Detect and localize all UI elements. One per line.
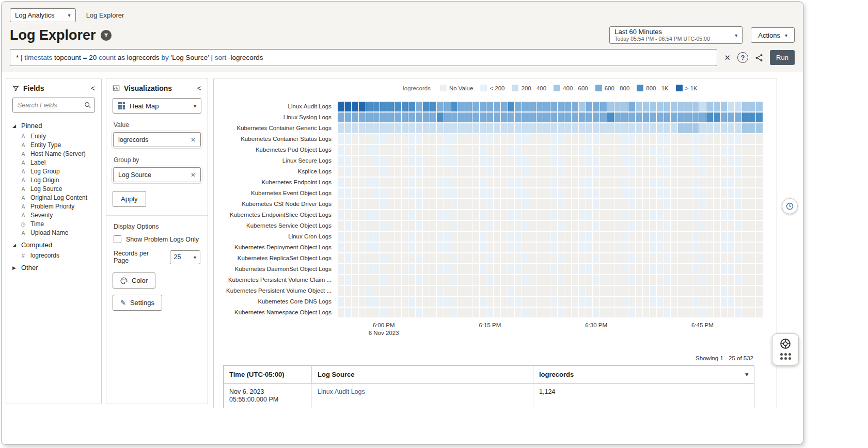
- remove-value-icon[interactable]: ✕: [191, 136, 196, 143]
- table-header-time-utc-05-00-[interactable]: Time (UTC-05:00): [224, 366, 311, 383]
- field-item-original-log-content[interactable]: AOriginal Log Content: [6, 193, 101, 202]
- remove-group-by-icon[interactable]: ✕: [191, 171, 196, 179]
- collapse-panel-icon[interactable]: <: [91, 85, 95, 92]
- field-item-logrecords[interactable]: #logrecords: [6, 251, 101, 260]
- show-problem-logs-checkbox[interactable]: [114, 235, 121, 243]
- share-icon[interactable]: [755, 54, 763, 62]
- heatmap-cell: [423, 232, 430, 242]
- heatmap-cell: [480, 297, 486, 307]
- heatmap-cell: [494, 275, 500, 285]
- heatmap-cell: [486, 232, 493, 242]
- heatmap-cell: [699, 308, 706, 317]
- heatmap-cell: [600, 167, 607, 177]
- settings-button[interactable]: ✎ Settings: [113, 295, 162, 311]
- heatmap-cell: [721, 297, 728, 307]
- clear-query-icon[interactable]: ✕: [724, 53, 731, 62]
- heatmap-row-cells: [338, 242, 763, 253]
- viz-panel-header: Visualizations <: [106, 78, 208, 95]
- table-header-log-source[interactable]: Log Source: [311, 366, 533, 383]
- heatmap-cell: [636, 102, 642, 111]
- query-input[interactable]: * | timestats topcount = 20 count as log…: [10, 49, 717, 66]
- field-item-log-group[interactable]: ALog Group: [6, 167, 101, 175]
- chart-type-dropdown[interactable]: Heat Map ▾: [113, 98, 201, 114]
- field-item-problem-priority[interactable]: AProblem Priority: [6, 202, 101, 211]
- heatmap-cell: [515, 232, 522, 242]
- heatmap-cell: [636, 134, 642, 144]
- recent-history-button[interactable]: [782, 198, 798, 214]
- heatmap-cell: [572, 134, 578, 144]
- heatmap-cell: [515, 145, 522, 155]
- heatmap-cell: [394, 286, 401, 296]
- heatmap-cell: [699, 188, 706, 198]
- heatmap-cell: [402, 210, 408, 220]
- heatmap-cell: [692, 188, 699, 198]
- color-button[interactable]: Color: [113, 273, 155, 289]
- heatmap-row: Linux Secure Logs: [214, 155, 777, 166]
- heatmap-cell: [416, 123, 422, 133]
- fields-section-other[interactable]: ▶Other: [6, 260, 101, 274]
- sort-dropdown-icon[interactable]: ▾: [745, 371, 748, 378]
- heatmap-cell: [586, 275, 593, 285]
- app-selector-dropdown[interactable]: Log Analytics ▾: [10, 8, 76, 22]
- field-item-entity-type[interactable]: AEntity Type: [6, 140, 101, 149]
- field-item-host-name-server-[interactable]: AHost Name (Server): [6, 149, 101, 158]
- table-header-logrecords[interactable]: logrecords▾: [533, 366, 754, 383]
- collapse-panel-icon[interactable]: <: [197, 85, 201, 92]
- heatmap-row-cells: [338, 210, 763, 220]
- group-by-field[interactable]: Log Source ✕: [113, 167, 201, 182]
- heatmap-cell: [593, 178, 599, 187]
- heatmap-cell: [451, 297, 458, 307]
- heatmap-cell: [486, 167, 493, 177]
- heatmap-cell: [402, 134, 408, 144]
- apply-button[interactable]: Apply: [113, 191, 146, 207]
- heatmap-cell: [543, 167, 550, 177]
- time-range-dropdown[interactable]: Last 60 Minutes Today 05:54 PM - 06:54 P…: [609, 26, 743, 44]
- heatmap-cell: [387, 210, 394, 220]
- heatmap-cell: [472, 243, 479, 252]
- records-per-page-select[interactable]: 25 ▾: [170, 250, 200, 264]
- run-button[interactable]: Run: [770, 50, 795, 65]
- heatmap-cell: [338, 286, 344, 296]
- value-field[interactable]: logrecords ✕: [113, 132, 201, 147]
- heatmap-cell: [472, 102, 479, 111]
- heatmap-cell: [486, 221, 493, 231]
- field-item-log-source[interactable]: ALog Source: [6, 184, 101, 193]
- search-fields-input[interactable]: [12, 98, 95, 113]
- heatmap-cell: [515, 167, 522, 177]
- heatmap-cell: [501, 134, 508, 144]
- heatmap-cell: [657, 102, 664, 111]
- heatmap-cell: [614, 210, 621, 220]
- filter-icon[interactable]: [101, 30, 112, 41]
- heatmap-cell: [345, 297, 352, 307]
- fields-section-pinned[interactable]: ◢Pinned: [6, 118, 101, 132]
- field-item-log-origin[interactable]: ALog Origin: [6, 175, 101, 184]
- field-item-entity[interactable]: AEntity: [6, 132, 101, 140]
- heatmap-cell: [345, 156, 352, 166]
- heatmap-row: Ksplice Logs: [214, 166, 777, 177]
- heatmap-cell: [359, 113, 366, 122]
- heatmap-cell: [480, 275, 486, 285]
- heatmap-cell: [472, 264, 479, 274]
- heatmap-cell: [749, 123, 756, 133]
- heatmap-cell: [508, 188, 515, 198]
- heatmap-cell: [714, 134, 720, 144]
- field-item-time[interactable]: ◷Time: [6, 219, 101, 228]
- heatmap-cell: [636, 253, 642, 263]
- actions-button[interactable]: Actions ▾: [751, 27, 795, 43]
- heatmap-cell: [366, 275, 373, 285]
- help-icon[interactable]: ?: [737, 52, 748, 63]
- heatmap-cell: [558, 102, 564, 111]
- field-item-severity[interactable]: ASeverity: [6, 211, 101, 219]
- field-item-upload-name[interactable]: AUpload Name: [6, 228, 101, 237]
- heatmap-cell: [345, 275, 352, 285]
- help-launcher[interactable]: [772, 333, 799, 365]
- heatmap-cell: [706, 210, 713, 220]
- heatmap-cell: [564, 188, 571, 198]
- heatmap-cell: [579, 123, 586, 133]
- heatmap-row: Kubernetes Persistent Volume Object ...: [214, 285, 777, 296]
- log-source-link[interactable]: Linux Audit Logs: [318, 388, 365, 395]
- heatmap-cell: [657, 221, 664, 231]
- field-item-label[interactable]: ALabel: [6, 158, 101, 167]
- fields-section-computed[interactable]: ◢Computed: [6, 237, 101, 251]
- heatmap-cell: [508, 113, 515, 122]
